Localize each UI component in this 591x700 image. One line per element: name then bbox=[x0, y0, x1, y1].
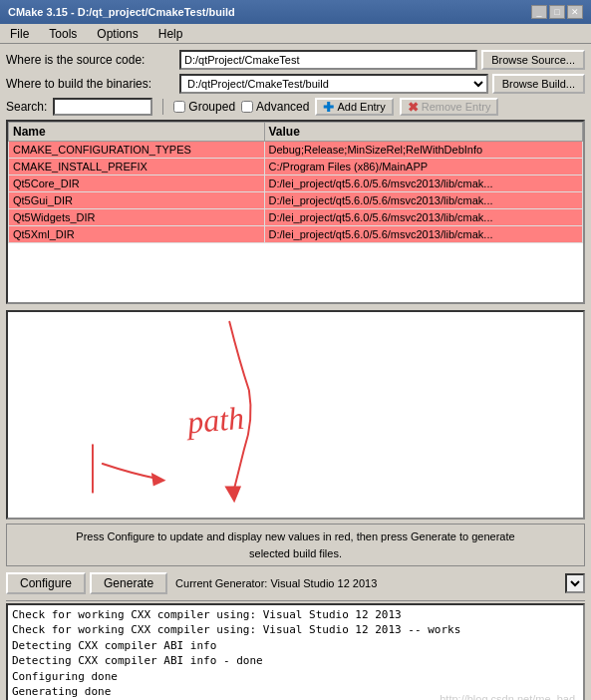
log-line: Configuring done bbox=[12, 669, 579, 684]
watermark: http://blog.csdn.net/me_bad bbox=[440, 692, 575, 700]
search-label: Search: bbox=[6, 100, 47, 114]
source-row: Where is the source code: Browse Source.… bbox=[6, 50, 585, 70]
window-title: CMake 3.15 - D:/qt_project/CmakeTest/bui… bbox=[8, 6, 235, 18]
menu-help[interactable]: Help bbox=[152, 26, 189, 42]
advanced-label: Advanced bbox=[256, 100, 309, 114]
config-table-container: Name Value CMAKE_CONFIGURATION_TYPESDebu… bbox=[6, 120, 585, 304]
table-cell-value: D:/lei_project/qt5.6.0/5.6/msvc2013/lib/… bbox=[264, 175, 582, 192]
main-content: Where is the source code: Browse Source.… bbox=[0, 44, 591, 700]
table-row[interactable]: CMAKE_CONFIGURATION_TYPESDebug;Release;M… bbox=[9, 142, 583, 159]
table-row[interactable]: Qt5Widgets_DIRD:/lei_project/qt5.6.0/5.6… bbox=[9, 209, 583, 226]
source-label: Where is the source code: bbox=[6, 53, 175, 67]
menu-tools[interactable]: Tools bbox=[43, 26, 83, 42]
menu-file[interactable]: File bbox=[4, 26, 35, 42]
col-value-header: Value bbox=[264, 123, 582, 142]
annotation-svg bbox=[8, 312, 583, 518]
add-entry-button[interactable]: ✚ Add Entry bbox=[315, 98, 393, 116]
maximize-button[interactable]: □ bbox=[549, 5, 565, 19]
search-input[interactable] bbox=[53, 98, 152, 116]
advanced-checkbox[interactable] bbox=[241, 101, 253, 113]
menu-options[interactable]: Options bbox=[91, 26, 144, 42]
table-cell-value: D:/lei_project/qt5.6.0/5.6/msvc2013/lib/… bbox=[264, 209, 582, 226]
source-input[interactable] bbox=[179, 50, 477, 70]
table-cell-name: Qt5Core_DIR bbox=[9, 175, 265, 192]
menu-bar: File Tools Options Help bbox=[0, 24, 591, 44]
config-table: Name Value CMAKE_CONFIGURATION_TYPESDebu… bbox=[8, 122, 583, 243]
table-row[interactable]: Qt5Gui_DIRD:/lei_project/qt5.6.0/5.6/msv… bbox=[9, 192, 583, 209]
separator bbox=[162, 99, 163, 115]
table-row[interactable]: Qt5Xml_DIRD:/lei_project/qt5.6.0/5.6/msv… bbox=[9, 226, 583, 243]
grouped-checkbox-group: Grouped bbox=[173, 100, 235, 114]
table-cell-name: Qt5Gui_DIR bbox=[9, 192, 265, 209]
status-area: Press Configure to update and display ne… bbox=[6, 524, 585, 566]
browse-source-button[interactable]: Browse Source... bbox=[481, 50, 585, 70]
plus-icon: ✚ bbox=[323, 100, 334, 115]
generator-label: Current Generator: Visual Studio 12 2013 bbox=[175, 577, 377, 589]
svg-marker-1 bbox=[151, 473, 166, 487]
log-line: Detecting CXX compiler ABI info bbox=[12, 638, 579, 653]
generator-dropdown[interactable] bbox=[565, 573, 585, 593]
grouped-label: Grouped bbox=[188, 100, 235, 114]
build-select[interactable]: D:/qtProject/CmakeTest/build bbox=[179, 74, 488, 94]
generate-button[interactable]: Generate bbox=[90, 572, 167, 594]
drawing-area: path bbox=[6, 310, 585, 520]
build-row: Where to build the binaries: D:/qtProjec… bbox=[6, 74, 585, 94]
remove-entry-label: Remove Entry bbox=[422, 101, 491, 113]
browse-build-button[interactable]: Browse Build... bbox=[492, 74, 585, 94]
add-entry-label: Add Entry bbox=[337, 101, 385, 113]
table-cell-value: C:/Program Files (x86)/MainAPP bbox=[264, 159, 582, 175]
build-label: Where to build the binaries: bbox=[6, 77, 175, 91]
log-line: Check for working CXX compiler using: Vi… bbox=[12, 622, 579, 637]
window-controls: _ □ ✕ bbox=[531, 5, 583, 19]
table-cell-value: D:/lei_project/qt5.6.0/5.6/msvc2013/lib/… bbox=[264, 226, 582, 243]
close-button[interactable]: ✕ bbox=[567, 5, 583, 19]
table-row[interactable]: CMAKE_INSTALL_PREFIXC:/Program Files (x8… bbox=[9, 159, 583, 175]
log-line: Check for working CXX compiler using: Vi… bbox=[12, 607, 579, 622]
col-name-header: Name bbox=[9, 123, 265, 142]
remove-entry-button[interactable]: ✖ Remove Entry bbox=[400, 98, 499, 116]
table-cell-name: Qt5Widgets_DIR bbox=[9, 209, 265, 226]
toolbar-row: Search: Grouped Advanced ✚ Add Entry ✖ R… bbox=[6, 98, 585, 116]
minimize-button[interactable]: _ bbox=[531, 5, 547, 19]
remove-icon: ✖ bbox=[408, 100, 419, 115]
log-area[interactable]: Check for working CXX compiler using: Vi… bbox=[6, 603, 585, 700]
table-row[interactable]: Qt5Core_DIRD:/lei_project/qt5.6.0/5.6/ms… bbox=[9, 175, 583, 192]
path-annotation: path bbox=[185, 400, 245, 442]
separator-line bbox=[6, 600, 585, 601]
title-bar: CMake 3.15 - D:/qt_project/CmakeTest/bui… bbox=[0, 0, 591, 24]
log-line: Detecting CXX compiler ABI info - done bbox=[12, 653, 579, 668]
svg-marker-0 bbox=[224, 487, 241, 504]
status-text: Press Configure to update and display ne… bbox=[76, 530, 514, 559]
table-cell-name: Qt5Xml_DIR bbox=[9, 226, 265, 243]
table-cell-value: Debug;Release;MinSizeRel;RelWithDebInfo bbox=[264, 142, 582, 159]
bottom-buttons: Configure Generate Current Generator: Vi… bbox=[6, 570, 585, 596]
configure-button[interactable]: Configure bbox=[6, 572, 86, 594]
table-cell-name: CMAKE_INSTALL_PREFIX bbox=[9, 159, 265, 175]
advanced-checkbox-group: Advanced bbox=[241, 100, 309, 114]
table-cell-value: D:/lei_project/qt5.6.0/5.6/msvc2013/lib/… bbox=[264, 192, 582, 209]
table-cell-name: CMAKE_CONFIGURATION_TYPES bbox=[9, 142, 265, 159]
grouped-checkbox[interactable] bbox=[173, 101, 185, 113]
